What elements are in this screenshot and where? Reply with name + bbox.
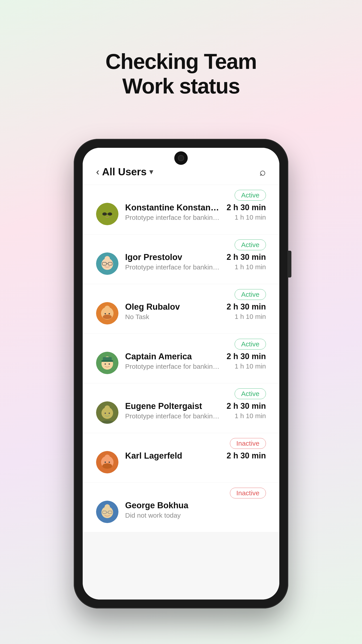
- svg-point-28: [105, 412, 106, 414]
- avatar: [96, 203, 118, 225]
- phone-notch: [174, 152, 188, 165]
- user-row: Captain America Prototype interface for …: [96, 352, 266, 374]
- time-sub: 1 h 10 min: [227, 214, 266, 221]
- user-time: 2 h 30 min 1 h 10 min: [227, 203, 266, 221]
- time-sub: 1 h 10 min: [227, 313, 266, 320]
- header-title: All Users: [102, 166, 147, 178]
- status-badge: Active: [235, 190, 266, 200]
- status-badge: Active: [235, 388, 266, 399]
- user-time: 2 h 30 min 1 h 10 min: [227, 302, 266, 320]
- list-item[interactable]: Active Igor Prestolov Prototype interfac…: [83, 234, 279, 284]
- avatar: [96, 302, 118, 324]
- time-sub: 1 h 10 min: [227, 362, 266, 370]
- svg-point-8: [105, 256, 110, 262]
- user-list: Active Konstantine Konstantinopo... Prot…: [83, 185, 279, 600]
- svg-point-17: [109, 313, 110, 314]
- user-task: Prototype interface for banking a...: [125, 214, 220, 222]
- svg-point-35: [109, 462, 110, 463]
- status-badge-row: Active: [96, 334, 266, 352]
- list-item[interactable]: Active Oleg Rubalov No Task 2 h 30 min 1…: [83, 284, 279, 334]
- svg-point-3: [108, 212, 112, 216]
- user-name: Konstantine Konstantinopo...: [125, 203, 220, 212]
- svg-point-14: [105, 306, 110, 311]
- chevron-down-icon[interactable]: ▾: [149, 167, 153, 176]
- svg-point-29: [109, 412, 110, 414]
- svg-point-34: [105, 462, 106, 463]
- avatar: [96, 352, 118, 374]
- avatar: [96, 451, 118, 474]
- user-name: George Bokhua: [125, 501, 266, 510]
- user-row: Eugene Poltergaist Prototype interface f…: [96, 402, 266, 424]
- user-row: George Bokhua Did not work today: [96, 501, 266, 523]
- user-name: Igor Prestolov: [125, 252, 220, 262]
- status-badge: Inactive: [230, 488, 266, 498]
- time-main: 2 h 30 min: [227, 352, 266, 361]
- back-icon[interactable]: ‹: [96, 166, 99, 177]
- status-badge-row: Active: [96, 284, 266, 302]
- user-info: Captain America Prototype interface for …: [125, 352, 220, 370]
- phone-screen: ‹ All Users ▾ ⌕ Active Konstantine Konst…: [83, 148, 279, 600]
- list-item[interactable]: Inactive Karl Lagerfeld 2 h 30 min: [83, 433, 279, 482]
- time-main: 2 h 30 min: [227, 252, 266, 262]
- avatar: [96, 252, 118, 275]
- user-task: Prototype interface for banking a...: [125, 264, 220, 271]
- user-info: George Bokhua Did not work today: [125, 501, 266, 519]
- status-badge: Active: [235, 289, 266, 300]
- list-item[interactable]: Active Captain America Prototype interfa…: [83, 334, 279, 383]
- user-name: Eugene Poltergaist: [125, 402, 220, 411]
- user-time: 2 h 30 min: [227, 451, 266, 460]
- user-name: Karl Lagerfeld: [125, 451, 220, 461]
- list-item[interactable]: Active Eugene Poltergaist Prototype inte…: [83, 384, 279, 433]
- user-time: 2 h 30 min 1 h 10 min: [227, 402, 266, 420]
- svg-point-16: [105, 313, 106, 314]
- avatar: [96, 402, 118, 424]
- svg-point-27: [105, 406, 110, 411]
- camera-dot: [178, 155, 184, 161]
- user-info: Igor Prestolov Prototype interface for b…: [125, 252, 220, 271]
- user-row: Oleg Rubalov No Task 2 h 30 min 1 h 10 m…: [96, 302, 266, 324]
- user-row: Igor Prestolov Prototype interface for b…: [96, 252, 266, 275]
- user-name: Captain America: [125, 352, 220, 361]
- user-time: 2 h 30 min 1 h 10 min: [227, 352, 266, 370]
- user-time: 2 h 30 min 1 h 10 min: [227, 252, 266, 271]
- user-row: Konstantine Konstantinopo... Prototype i…: [96, 203, 266, 225]
- time-main: 2 h 30 min: [227, 302, 266, 312]
- svg-point-2: [102, 212, 107, 216]
- time-main: 2 h 30 min: [227, 402, 266, 411]
- user-info: Oleg Rubalov No Task: [125, 302, 220, 321]
- user-row: Karl Lagerfeld 2 h 30 min: [96, 451, 266, 474]
- user-info: Eugene Poltergaist Prototype interface f…: [125, 402, 220, 420]
- svg-point-32: [105, 454, 110, 460]
- time-sub: 1 h 10 min: [227, 412, 266, 420]
- svg-rect-22: [101, 360, 113, 362]
- phone-mockup: ‹ All Users ▾ ⌕ Active Konstantine Konst…: [74, 139, 288, 608]
- header-left: ‹ All Users ▾: [96, 166, 153, 178]
- status-badge-row: Active: [96, 185, 266, 203]
- status-badge-row: Inactive: [96, 483, 266, 501]
- status-badge-row: Inactive: [96, 433, 266, 451]
- user-task: Prototype interface for banking a...: [125, 412, 220, 420]
- avatar: [96, 501, 118, 523]
- status-badge: Active: [235, 240, 266, 250]
- status-badge: Active: [235, 339, 266, 350]
- page-title: Checking Team Work status: [105, 49, 257, 98]
- status-badge: Inactive: [230, 438, 266, 449]
- svg-point-5: [105, 207, 110, 212]
- side-button: [288, 251, 291, 278]
- svg-point-38: [105, 504, 110, 510]
- user-info: Konstantine Konstantinopo... Prototype i…: [125, 203, 220, 222]
- time-main: 2 h 30 min: [227, 451, 266, 460]
- user-task: Did not work today: [125, 512, 266, 519]
- time-main: 2 h 30 min: [227, 203, 266, 212]
- list-item[interactable]: Inactive George Bokhua Did not work toda…: [83, 483, 279, 532]
- user-task: No Task: [125, 313, 220, 321]
- status-badge-row: Active: [96, 234, 266, 252]
- time-sub: 1 h 10 min: [227, 263, 266, 271]
- list-item[interactable]: Active Konstantine Konstantinopo... Prot…: [83, 185, 279, 234]
- svg-point-23: [105, 363, 106, 365]
- user-info: Karl Lagerfeld: [125, 451, 220, 461]
- status-badge-row: Active: [96, 384, 266, 402]
- user-task: Prototype interface for banking a...: [125, 363, 220, 370]
- user-name: Oleg Rubalov: [125, 302, 220, 312]
- search-icon[interactable]: ⌕: [259, 166, 266, 178]
